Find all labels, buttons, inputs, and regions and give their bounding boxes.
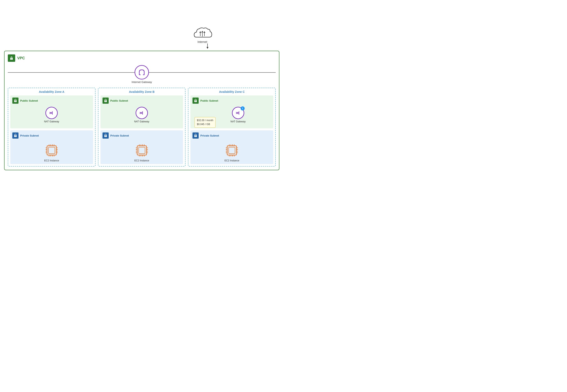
az-c-private-subnet-label: Private Subnet <box>200 134 219 137</box>
vpc-container: VPC Internet Gateway <box>4 51 279 170</box>
az-c-nat-label: NAT Gateway <box>230 120 246 123</box>
vpc-title: VPC <box>17 56 25 60</box>
igw-arch-icon <box>138 68 146 76</box>
az-a-private-subnet-label: Private Subnet <box>20 134 39 137</box>
az-a-container: Availability Zone A Public Subnet <box>8 88 96 167</box>
lock-green-c-icon <box>194 99 198 102</box>
internet-label: Internet <box>198 40 207 43</box>
az-a-public-label-row: Public Subnet <box>12 98 91 104</box>
az-a-nat-label: NAT Gateway <box>44 120 59 123</box>
az-b-private-subnet: Private Subnet <box>100 130 183 164</box>
svg-point-36 <box>105 136 106 136</box>
diagram-wrapper: Internet VPC <box>4 26 279 170</box>
igw-icon <box>135 65 149 80</box>
nat-router-icon <box>48 109 55 117</box>
svg-point-13 <box>15 136 16 136</box>
lock-blue-c-icon <box>194 134 198 137</box>
svg-point-9 <box>15 101 16 101</box>
az-a-public-subnet: Public Subnet <box>10 96 93 128</box>
az-c-public-subnet-label: Public Subnet <box>200 99 218 102</box>
az-c-container: Availability Zone C Public Subnet <box>188 88 276 167</box>
az-b-ec2-icon <box>134 143 150 158</box>
az-c-ec2-label: EC2 Instance <box>225 159 239 162</box>
az-c-private-label-row: Private Subnet <box>193 132 271 139</box>
nat-router-b-icon <box>138 109 145 117</box>
az-b-public-icon <box>102 98 109 104</box>
svg-point-4 <box>11 59 12 59</box>
az-b-private-icon <box>102 132 109 139</box>
nat-router-c-icon <box>234 109 242 117</box>
az-b-public-label-row: Public Subnet <box>102 98 181 104</box>
svg-point-59 <box>195 136 196 136</box>
az-b-public-subnet: Public Subnet <box>100 96 183 128</box>
az-b-private-label-row: Private Subnet <box>102 132 181 139</box>
az-b-nat-label: NAT Gateway <box>134 120 149 123</box>
az-b-public-subnet-label: Public Subnet <box>110 99 128 102</box>
lock-blue-b-icon <box>104 134 107 137</box>
svg-rect-38 <box>139 147 145 154</box>
az-a-title: Availability Zone A <box>10 90 93 93</box>
az-a-ec2-icon <box>44 143 59 158</box>
az-c-title: Availability Zone C <box>190 90 273 93</box>
az-c-public-label-row: Public Subnet <box>193 98 271 104</box>
az-b-container: Availability Zone B Public Subnet <box>98 88 186 167</box>
az-a-public-icon <box>12 98 18 104</box>
igw-row: Internet Gateway <box>8 65 276 84</box>
pricing-line1: $32.00 / month <box>197 118 213 122</box>
lock-green-icon <box>14 99 17 102</box>
info-badge: i <box>241 106 245 111</box>
lock-blue-icon <box>14 134 17 137</box>
az-c-public-subnet: Public Subnet $32.00 / month $0.045 / GB <box>190 96 273 128</box>
svg-rect-15 <box>48 147 55 154</box>
az-b-ec2-label: EC2 Instance <box>134 159 149 162</box>
svg-rect-61 <box>229 147 235 154</box>
pricing-line2: $0.045 / GB <box>197 122 213 126</box>
az-c-ec2-icon <box>224 143 240 158</box>
az-b-nat-icon <box>136 107 148 119</box>
az-c-private-subnet: Private Subnet <box>190 130 273 164</box>
zones-row: Availability Zone A Public Subnet <box>8 88 276 167</box>
az-a-ec2-wrapper: EC2 Instance <box>12 143 91 162</box>
az-c-public-icon <box>193 98 199 104</box>
az-b-private-subnet-label: Private Subnet <box>110 134 129 137</box>
svg-point-33 <box>105 101 106 101</box>
vpc-icon <box>8 55 15 62</box>
lock-icon <box>9 56 14 60</box>
az-c-private-icon <box>193 132 199 139</box>
az-a-ec2-label: EC2 Instance <box>44 159 59 162</box>
svg-point-56 <box>195 101 196 101</box>
az-b-title: Availability Zone B <box>100 90 183 93</box>
az-b-ec2-wrapper: EC2 Instance <box>102 143 181 162</box>
az-a-private-icon <box>12 132 18 139</box>
az-a-private-label-row: Private Subnet <box>12 132 91 139</box>
lock-green-b-icon <box>104 99 107 102</box>
internet-section: Internet <box>4 26 279 49</box>
pricing-tooltip: $32.00 / month $0.045 / GB <box>195 117 215 128</box>
internet-cloud-icon <box>192 26 213 40</box>
az-a-nat-icon <box>45 107 58 119</box>
igw-label: Internet Gateway <box>132 81 152 84</box>
az-c-ec2-wrapper: EC2 Instance <box>193 143 271 162</box>
az-c-nat-icon: i <box>232 107 244 119</box>
az-a-public-subnet-label: Public Subnet <box>20 99 38 102</box>
vpc-label-row: VPC <box>8 55 276 62</box>
igw-wrapper: Internet Gateway <box>132 65 152 84</box>
az-a-private-subnet: Private Subnet <box>10 130 93 164</box>
